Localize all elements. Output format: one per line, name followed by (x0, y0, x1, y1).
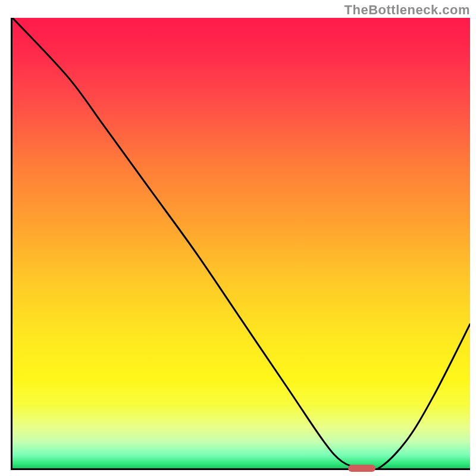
watermark-text: TheBottleneck.com (345, 2, 470, 18)
chart-container: TheBottleneck.com (0, 0, 476, 476)
plot-area (11, 18, 470, 470)
bottleneck-curve (12, 18, 470, 468)
optimal-marker (348, 465, 375, 472)
